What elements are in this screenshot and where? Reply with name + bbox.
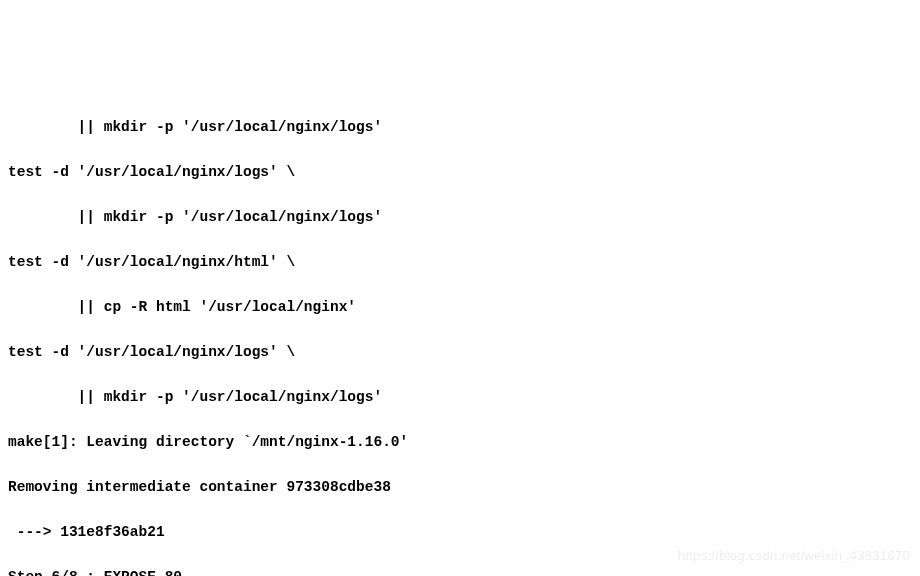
terminal-output: || mkdir -p '/usr/local/nginx/logs' test… — [8, 94, 912, 576]
terminal-line: test -d '/usr/local/nginx/logs' \ — [8, 161, 912, 183]
terminal-line: || cp -R html '/usr/local/nginx' — [8, 296, 912, 318]
terminal-line: test -d '/usr/local/nginx/logs' \ — [8, 341, 912, 363]
terminal-line: Step 6/8 : EXPOSE 80 — [8, 566, 912, 576]
terminal-line: || mkdir -p '/usr/local/nginx/logs' — [8, 206, 912, 228]
watermark-text: https://blog.csdn.net/weixin_43831670 — [678, 546, 910, 566]
terminal-line: || mkdir -p '/usr/local/nginx/logs' — [8, 116, 912, 138]
terminal-line: make[1]: Leaving directory `/mnt/nginx-1… — [8, 431, 912, 453]
terminal-line: ---> 131e8f36ab21 — [8, 521, 912, 543]
terminal-line: Removing intermediate container 973308cd… — [8, 476, 912, 498]
terminal-line: || mkdir -p '/usr/local/nginx/logs' — [8, 386, 912, 408]
terminal-line: test -d '/usr/local/nginx/html' \ — [8, 251, 912, 273]
